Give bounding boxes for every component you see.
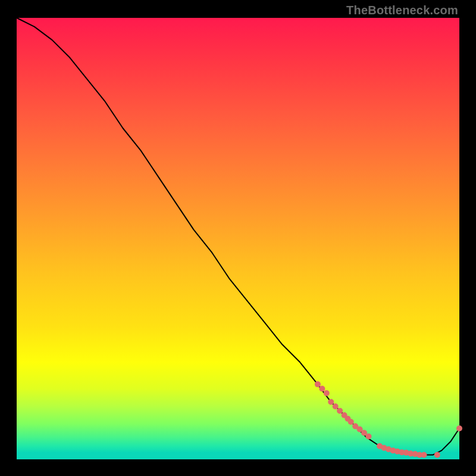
bottleneck-curve-path: [17, 18, 459, 455]
highlight-markers: [315, 381, 462, 458]
marker-dot: [324, 390, 330, 396]
marker-dot: [365, 433, 371, 439]
marker-dot: [315, 381, 321, 387]
marker-dot: [456, 425, 462, 431]
marker-dot: [434, 452, 440, 458]
watermark-text: TheBottleneck.com: [346, 4, 458, 17]
marker-dot: [328, 399, 334, 405]
chart-stage: TheBottleneck.com: [0, 0, 476, 476]
chart-svg: [17, 18, 459, 459]
marker-dot: [337, 408, 343, 414]
marker-dot: [421, 452, 427, 458]
marker-dot: [319, 386, 325, 392]
plot-area: [17, 18, 459, 459]
marker-dot: [333, 403, 339, 409]
marker-dot: [348, 419, 354, 425]
